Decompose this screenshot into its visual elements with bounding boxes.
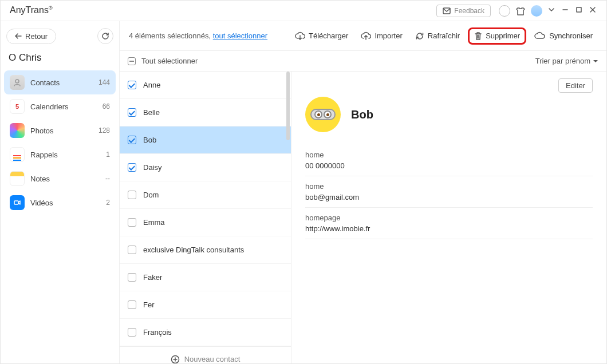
- delete-button[interactable]: Supprimer: [474, 31, 520, 41]
- select-all-link[interactable]: tout sélectionner: [213, 31, 267, 40]
- edit-button[interactable]: Editer: [558, 78, 593, 93]
- contact-name: Bob: [351, 108, 373, 121]
- plus-circle-icon: [171, 355, 180, 364]
- chevron-down-icon[interactable]: [545, 6, 558, 15]
- refresh-icon: [415, 31, 424, 41]
- account-name: O Chris: [1, 51, 119, 70]
- contact-checkbox[interactable]: [128, 191, 136, 199]
- back-button[interactable]: Retour: [6, 29, 56, 44]
- sidebar-item-notes[interactable]: Notes --: [4, 167, 116, 191]
- sidebar-item-count: 2: [106, 199, 110, 207]
- refresh-icon: [101, 32, 109, 40]
- contact-row[interactable]: Anne: [120, 72, 291, 99]
- refresh-button[interactable]: Rafraîchir: [411, 29, 464, 43]
- notes-icon: [10, 171, 25, 186]
- sidebar-item-label: Photos: [30, 126, 53, 135]
- sidebar-item-count: 66: [103, 102, 110, 110]
- contact-row[interactable]: Emma: [120, 209, 291, 236]
- download-label: Télécharger: [309, 31, 348, 40]
- refresh-small-button[interactable]: [97, 28, 113, 44]
- contact-detail-pane: Editer Bob home00 0000000homebob@gmail.c…: [291, 72, 606, 363]
- contact-checkbox[interactable]: [128, 246, 136, 254]
- chevron-down-icon: [593, 59, 598, 64]
- sort-dropdown[interactable]: Trier par prénom: [535, 57, 598, 65]
- contact-row[interactable]: exclusive DingTalk consultants: [120, 236, 291, 264]
- field-value: 00 0000000: [305, 161, 593, 170]
- field-value: bob@gmail.com: [305, 193, 593, 201]
- contact-row-name: Dom: [143, 191, 159, 199]
- globe-icon[interactable]: [499, 5, 510, 17]
- contact-row[interactable]: François: [120, 319, 291, 346]
- svg-rect-0: [443, 8, 450, 14]
- cloud-download-icon: [295, 31, 305, 41]
- contact-row[interactable]: Daisy: [120, 154, 291, 181]
- contact-checkbox[interactable]: [128, 163, 136, 172]
- sync-button[interactable]: Synchroniser: [530, 29, 597, 43]
- sidebar-item-label: Contacts: [30, 78, 60, 87]
- sidebar-item-photos[interactable]: Photos 128: [4, 118, 116, 143]
- select-all-checkbox[interactable]: [128, 57, 136, 65]
- contact-field: home00 0000000: [305, 145, 593, 176]
- contact-row[interactable]: Bob: [120, 126, 291, 154]
- sidebar-item-label: Calendriers: [30, 102, 68, 111]
- sidebar-item-rappels[interactable]: Rappels 1: [4, 143, 116, 167]
- contact-row-name: Anne: [143, 81, 160, 89]
- sidebar-item-count: --: [105, 175, 110, 183]
- field-value: http://www.imobie.fr: [305, 224, 593, 233]
- contact-field: homepagehttp://www.imobie.fr: [305, 208, 593, 239]
- contact-list: AnneBelleBobDaisyDomEmmaexclusive DingTa…: [120, 72, 291, 363]
- field-label: homepage: [305, 213, 593, 222]
- svg-point-2: [15, 80, 19, 83]
- contact-row-name: Fer: [143, 300, 155, 309]
- sidebar-item-count: 128: [98, 126, 110, 134]
- sidebar-item-videos[interactable]: Vidéos 2: [4, 191, 116, 215]
- scrollbar-thumb[interactable]: [286, 72, 290, 140]
- window-minimize-icon[interactable]: [558, 6, 572, 15]
- contact-checkbox[interactable]: [128, 218, 136, 227]
- download-button[interactable]: Télécharger: [290, 29, 353, 43]
- contact-row-name: Emma: [143, 218, 165, 227]
- videos-icon: [10, 195, 25, 210]
- list-subheader: Tout sélectionner Trier par prénom: [120, 51, 606, 72]
- window-close-icon[interactable]: [586, 6, 600, 15]
- field-label: home: [305, 151, 593, 159]
- delete-label: Supprimer: [486, 31, 520, 40]
- contact-row-name: Faker: [143, 273, 162, 282]
- refresh-label: Rafraîchir: [428, 31, 460, 40]
- action-toolbar: 4 éléments sélectionnés, tout sélectionn…: [120, 21, 606, 51]
- contact-checkbox[interactable]: [128, 273, 136, 282]
- delete-highlight-box: Supprimer: [468, 27, 526, 45]
- contact-checkbox[interactable]: [128, 81, 136, 89]
- select-all-label: Tout sélectionner: [141, 57, 198, 65]
- sidebar-item-count: 144: [98, 78, 110, 86]
- new-contact-button[interactable]: Nouveau contact: [120, 346, 291, 363]
- sidebar-item-label: Notes: [30, 175, 50, 183]
- contact-row-name: Daisy: [143, 163, 162, 172]
- user-avatar[interactable]: [531, 5, 542, 17]
- contacts-icon: [10, 75, 25, 90]
- window-maximize-icon[interactable]: [572, 6, 586, 15]
- contact-row[interactable]: Dom: [120, 181, 291, 209]
- mail-icon: [443, 7, 451, 14]
- contact-checkbox[interactable]: [128, 108, 136, 117]
- photos-icon: [10, 123, 25, 138]
- import-label: Importer: [375, 31, 402, 40]
- shirt-icon[interactable]: [515, 5, 526, 17]
- sidebar-item-contacts[interactable]: Contacts 144: [4, 70, 116, 94]
- contact-row[interactable]: Faker: [120, 264, 291, 291]
- sync-label: Synchroniser: [549, 31, 593, 40]
- contact-row[interactable]: Fer: [120, 291, 291, 319]
- sidebar-item-count: 1: [106, 151, 110, 159]
- contact-row-name: Belle: [143, 108, 160, 117]
- contact-row[interactable]: Belle: [120, 99, 291, 126]
- import-button[interactable]: Importer: [356, 29, 407, 43]
- contact-checkbox[interactable]: [128, 300, 136, 309]
- contact-checkbox[interactable]: [128, 328, 136, 337]
- feedback-button[interactable]: Feedback: [436, 5, 491, 17]
- calendar-icon: 5: [10, 99, 25, 114]
- sidebar-item-calendriers[interactable]: 5 Calendriers 66: [4, 94, 116, 118]
- sidebar-item-label: Rappels: [30, 151, 58, 159]
- contact-avatar: [305, 97, 341, 132]
- contact-checkbox[interactable]: [128, 136, 136, 144]
- feedback-label: Feedback: [454, 7, 484, 15]
